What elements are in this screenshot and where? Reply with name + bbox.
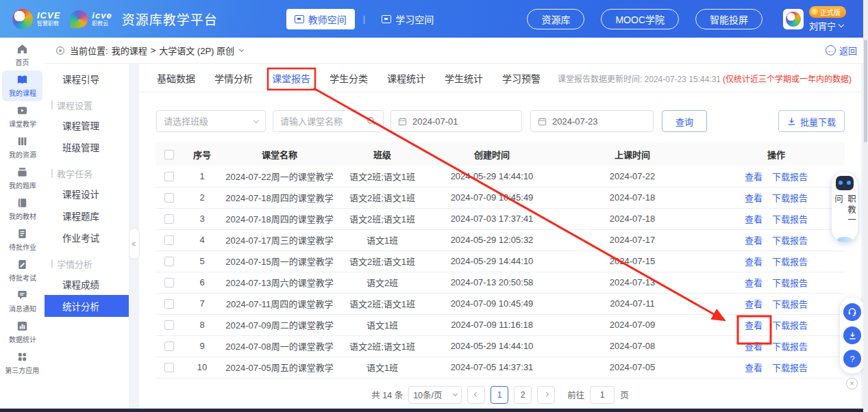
download-float-button[interactable] (843, 326, 861, 344)
download-report-link[interactable]: 下载报告 (772, 320, 808, 331)
download-report-link[interactable]: 下载报告 (772, 172, 808, 182)
mooc-college-button[interactable]: MOOC学院 (601, 9, 679, 29)
sidebar-item-pending-exams[interactable]: 待批考试 (2, 255, 42, 286)
submenu-course-question-bank[interactable]: 课程题库 (45, 205, 129, 227)
row-checkbox[interactable] (164, 214, 174, 224)
help-button[interactable]: ? (843, 350, 861, 368)
sidebar-item-home[interactable]: 首页 (2, 40, 42, 70)
row-checkbox[interactable] (164, 172, 174, 181)
view-link[interactable]: 查看 (745, 193, 762, 203)
download-report-link[interactable]: 下载报告 (772, 214, 808, 224)
breadcrumb-separator: > (151, 45, 156, 55)
close-floaters-button[interactable]: × (846, 378, 858, 389)
download-report-link[interactable]: 下载报告 (772, 257, 808, 267)
course-dropdown-icon[interactable] (239, 47, 244, 51)
page-2-button[interactable]: 2 (514, 386, 532, 404)
sidebar-item-data-statistics[interactable]: 数据统计 (2, 317, 42, 348)
row-checkbox[interactable] (164, 363, 174, 372)
select-all-checkbox[interactable] (164, 150, 174, 159)
breadcrumb-current[interactable]: 大学语文 (2P) 原创 (159, 44, 234, 57)
end-date-input[interactable] (552, 116, 646, 127)
download-report-link[interactable]: 下载报告 (772, 342, 808, 352)
row-checkbox[interactable] (164, 320, 174, 330)
tab-basic-data[interactable]: 基础数据 (157, 71, 195, 85)
teacher-space-button[interactable]: 教师空间 (286, 9, 355, 29)
row-checkbox[interactable] (164, 278, 174, 287)
customer-service-button[interactable] (843, 303, 861, 321)
view-link[interactable]: 查看 (745, 363, 762, 373)
view-link[interactable]: 查看 (745, 235, 762, 246)
view-link[interactable]: 查看 (745, 342, 762, 352)
page-size-select[interactable]: 10条/页 (408, 386, 462, 404)
sidebar-item-pending-homework[interactable]: 待批作业 (2, 224, 42, 255)
sidebar-item-my-courses[interactable]: 我的课程 (2, 70, 42, 101)
submenu-class-management[interactable]: 班级管理 (45, 136, 129, 158)
smart-casting-button[interactable]: 智能投屏 (695, 9, 762, 29)
batch-download-button[interactable]: 批量下载 (778, 110, 845, 132)
row-checkbox[interactable] (164, 257, 174, 266)
view-link[interactable]: 查看 (745, 278, 762, 288)
view-link-highlighted[interactable]: 查看 (745, 320, 762, 331)
page-1-button[interactable]: 1 (491, 386, 508, 404)
download-report-link[interactable]: 下载报告 (772, 299, 808, 309)
breadcrumb-parent[interactable]: 我的课程 (112, 44, 147, 57)
view-link[interactable]: 查看 (745, 214, 762, 224)
submenu-course-guide[interactable]: 课程引导 (45, 68, 129, 90)
class-select[interactable] (156, 110, 266, 132)
avatar[interactable] (783, 9, 804, 29)
back-button[interactable]: ← 返回 (826, 44, 857, 57)
goto-page-box[interactable] (590, 386, 615, 404)
start-date-picker[interactable] (390, 110, 522, 132)
class-select-input[interactable] (164, 116, 254, 127)
goto-page-input[interactable] (595, 390, 610, 400)
username[interactable]: 刘宵宁 (809, 19, 843, 32)
sidebar-item-notifications[interactable]: 消息通知 (2, 286, 42, 317)
end-date-picker[interactable] (530, 110, 654, 132)
class-name-cell: 2024-07-18周四的课堂教学 (221, 187, 338, 208)
prev-page-button[interactable] (467, 386, 485, 404)
sidebar-collapse-handle[interactable] (129, 228, 140, 259)
download-report-link[interactable]: 下载报告 (772, 278, 808, 288)
tab-learning-analysis[interactable]: 学情分析 (214, 71, 253, 85)
created-time-cell: 2024-07-05 14:37:31 (427, 357, 557, 378)
submenu-course-design[interactable]: 课程设计 (45, 183, 129, 205)
submenu-course-grades[interactable]: 课程成绩 (45, 273, 129, 295)
row-checkbox[interactable] (164, 299, 174, 309)
class-group-cell: 语文1班 (338, 357, 427, 378)
row-checkbox[interactable] (164, 235, 174, 245)
download-report-link[interactable]: 下载报告 (772, 363, 808, 373)
learning-space-button[interactable]: 学习空间 (373, 9, 442, 29)
submenu-statistics-analysis[interactable]: 统计分析 (45, 295, 129, 317)
exam-pen-icon (16, 259, 28, 270)
sidebar-item-question-bank[interactable]: 我的题库 (2, 163, 42, 194)
scrollbar-track[interactable] (863, 0, 868, 412)
class-name-search[interactable] (273, 110, 384, 132)
user-box[interactable]: 正式版 刘宵宁 (783, 6, 846, 32)
next-page-button[interactable] (537, 386, 555, 404)
submenu-homework-exam[interactable]: 作业考试 (45, 227, 129, 248)
class-name-search-input[interactable] (280, 116, 367, 127)
query-button[interactable]: 查询 (662, 110, 707, 132)
view-link[interactable]: 查看 (745, 172, 762, 182)
download-report-link[interactable]: 下载报告 (772, 193, 808, 203)
sidebar-item-third-party-apps[interactable]: 第三方应用 (2, 348, 42, 378)
sidebar-item-textbooks[interactable]: 我的教材 (2, 194, 42, 224)
resource-library-button[interactable]: 资源库 (527, 9, 584, 29)
submenu-course-management[interactable]: 课程管理 (45, 114, 129, 136)
view-link[interactable]: 查看 (745, 299, 762, 309)
download-report-link[interactable]: 下载报告 (772, 235, 808, 246)
tab-course-statistics[interactable]: 课程统计 (387, 71, 425, 85)
row-checkbox[interactable] (164, 342, 174, 351)
tab-classroom-report[interactable]: 课堂报告 (272, 71, 310, 85)
tab-learning-warning[interactable]: 学习预警 (502, 71, 541, 85)
row-checkbox[interactable] (164, 193, 174, 203)
sidebar-item-my-resources[interactable]: 我的资源 (2, 132, 42, 163)
assistant-tab[interactable]: 职教一问 (832, 172, 858, 242)
sidebar-item-classroom-teaching[interactable]: 课堂教学 (2, 101, 42, 132)
tab-student-classification[interactable]: 学生分类 (330, 71, 368, 85)
tab-student-statistics[interactable]: 学生统计 (445, 71, 483, 85)
version-badge: 正式版 (809, 6, 846, 18)
scrollbar-thumb[interactable] (864, 40, 867, 142)
start-date-input[interactable] (412, 116, 514, 127)
view-link[interactable]: 查看 (745, 257, 762, 267)
